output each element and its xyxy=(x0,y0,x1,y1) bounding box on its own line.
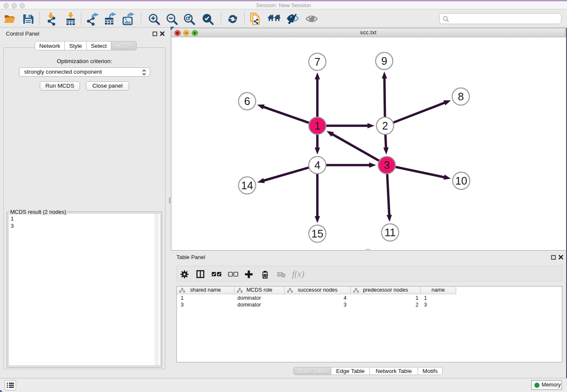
svg-text:10: 10 xyxy=(455,175,467,187)
svg-text:8: 8 xyxy=(458,91,464,102)
svg-text:14: 14 xyxy=(241,179,253,191)
svg-text:9: 9 xyxy=(381,55,387,67)
svg-text:1: 1 xyxy=(314,120,320,132)
svg-text:6: 6 xyxy=(244,95,250,107)
svg-text:2: 2 xyxy=(382,120,388,132)
svg-text:3: 3 xyxy=(384,159,390,171)
svg-text:15: 15 xyxy=(311,228,323,240)
svg-text:4: 4 xyxy=(314,159,320,171)
svg-text:7: 7 xyxy=(314,56,320,68)
svg-text:11: 11 xyxy=(385,226,396,238)
